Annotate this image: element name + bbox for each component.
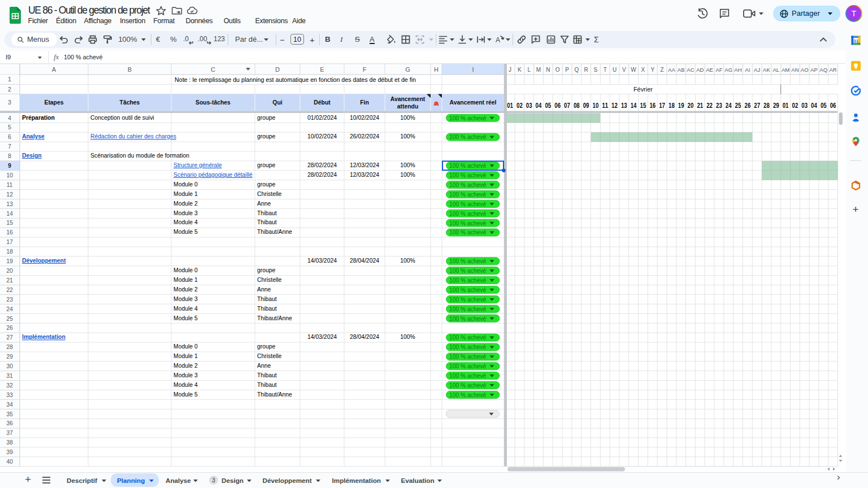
svg-text:Anne: Anne [257,201,271,207]
svg-text:29: 29 [6,353,13,360]
svg-text:100 % achevé: 100 % achevé [449,354,487,360]
svg-text:28/02/2024: 28/02/2024 [307,172,337,178]
svg-text:5: 5 [8,124,11,130]
svg-text:4: 4 [8,115,11,121]
svg-text:AD: AD [696,67,704,73]
svg-text:J: J [509,67,511,73]
svg-text:25: 25 [6,315,13,322]
svg-text:O: O [555,67,560,73]
svg-text:AI: AI [745,67,750,73]
svg-text:34: 34 [6,401,13,408]
svg-text:Christelle: Christelle [257,353,282,359]
svg-text:AB: AB [678,67,685,73]
svg-text:Février: Février [633,86,653,93]
svg-text:100 % achevé: 100 % achevé [449,306,487,312]
svg-text:Module 3: Module 3 [173,296,198,302]
svg-text:27: 27 [754,101,760,110]
svg-text:100 % achevé: 100 % achevé [449,277,487,284]
svg-text:28: 28 [6,343,13,350]
svg-text:Module 5: Module 5 [173,391,198,398]
svg-text:100%: 100% [400,162,415,168]
svg-text:AF: AF [715,67,722,73]
svg-text:40: 40 [6,458,13,465]
svg-text:AK: AK [763,67,770,73]
svg-text:V: V [622,67,626,73]
svg-text:Analyse: Analyse [22,133,45,140]
svg-text:Module 2: Module 2 [173,286,198,293]
svg-text:23: 23 [6,296,13,303]
svg-text:100 % achevé: 100 % achevé [449,373,487,379]
svg-text:10/02/2024: 10/02/2024 [350,115,379,121]
svg-text:groupe: groupe [257,133,276,140]
svg-text:24: 24 [6,306,13,312]
svg-text:Tâches: Tâches [120,99,140,106]
svg-text:13: 13 [621,101,627,110]
svg-text:17: 17 [659,101,665,110]
svg-text:attendu: attendu [397,103,419,110]
svg-text:32: 32 [6,382,13,389]
svg-text:100 % achevé: 100 % achevé [449,172,487,178]
svg-text:20: 20 [688,101,694,110]
svg-text:06: 06 [830,101,836,110]
svg-text:groupe: groupe [257,115,276,121]
svg-text:25: 25 [735,101,741,110]
svg-text:10/02/2024: 10/02/2024 [307,133,337,140]
svg-text:12/03/2024: 12/03/2024 [350,162,379,168]
svg-text:12/03/2024: 12/03/2024 [350,172,379,178]
svg-text:24: 24 [726,101,732,110]
svg-text:02: 02 [792,101,798,110]
svg-text:groupe: groupe [257,343,276,350]
svg-text:Thibaut: Thibaut [257,306,277,312]
svg-text:100 % achevé: 100 % achevé [449,220,487,226]
svg-text:Thibaut/Anne: Thibaut/Anne [257,229,292,235]
svg-text:AH: AH [734,67,741,73]
svg-text:12: 12 [6,191,13,198]
svg-text:100%: 100% [400,115,415,121]
svg-text:Q: Q [574,67,579,73]
svg-text:L: L [527,67,531,73]
svg-text:06: 06 [554,101,561,110]
svg-text:11: 11 [7,181,13,188]
svg-text:09: 09 [583,101,589,110]
svg-text:groupe: groupe [257,162,276,168]
svg-text:Module 2: Module 2 [173,363,198,369]
svg-text:Christelle: Christelle [257,277,282,283]
svg-text:H: H [434,66,439,73]
svg-text:Christelle: Christelle [257,191,282,197]
svg-text:01/02/2024: 01/02/2024 [307,115,337,121]
svg-text:27: 27 [6,334,13,341]
svg-text:S: S [594,67,598,73]
svg-text:100 % achevé: 100 % achevé [449,258,487,264]
svg-text:08: 08 [574,101,580,110]
svg-text:28/02/2024: 28/02/2024 [307,162,337,168]
svg-text:04: 04 [811,101,817,110]
svg-text:9: 9 [8,162,11,169]
svg-text:P: P [565,67,569,73]
svg-text:100 % achevé: 100 % achevé [449,268,487,274]
svg-text:Etapes: Etapes [44,99,63,106]
svg-text:16: 16 [6,229,13,236]
svg-text:B: B [128,66,132,73]
svg-text:100 % achevé: 100 % achevé [449,334,487,341]
svg-text:100 % achevé: 100 % achevé [449,297,487,303]
svg-text:26: 26 [6,324,13,331]
svg-text:28/04/2024: 28/04/2024 [350,334,379,340]
svg-text:100 % achevé: 100 % achevé [449,316,487,322]
svg-text:28/04/2024: 28/04/2024 [350,258,379,264]
svg-text:AP: AP [810,67,818,73]
svg-text:AM: AM [782,67,789,73]
svg-text:7: 7 [8,143,11,150]
svg-text:8: 8 [8,152,11,159]
svg-text:Structure générale: Structure générale [173,162,222,168]
svg-text:35: 35 [6,411,13,417]
svg-text:Fin: Fin [360,99,369,106]
svg-text:1: 1 [8,76,11,82]
svg-text:100 % achevé: 100 % achevé [449,229,487,236]
svg-text:Scénarisation du module de for: Scénarisation du module de formation [90,152,189,159]
svg-text:N: N [546,67,550,73]
svg-text:100%: 100% [400,334,415,340]
svg-text:39: 39 [6,448,13,455]
svg-text:Conception outil de suivi: Conception outil de suivi [90,115,154,121]
svg-text:Module 4: Module 4 [173,219,198,225]
svg-text:14: 14 [631,101,637,110]
